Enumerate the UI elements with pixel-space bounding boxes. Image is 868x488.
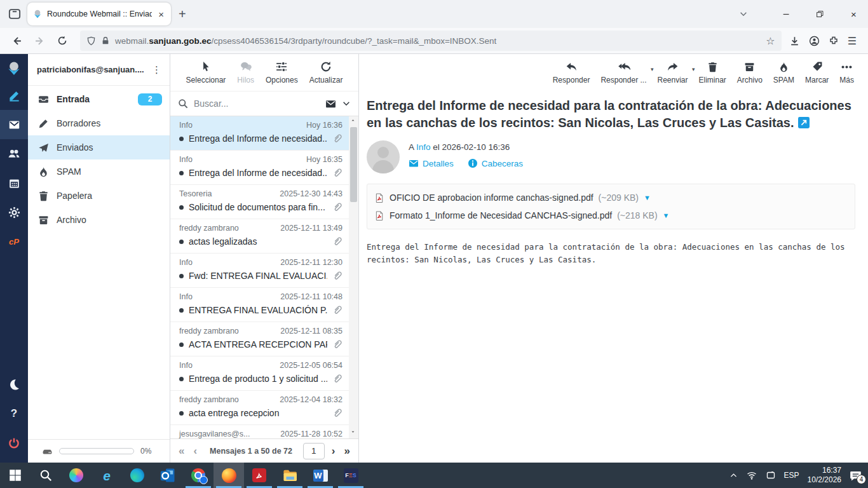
wifi-icon[interactable] [746, 470, 757, 480]
menu-icon[interactable]: ☰ [848, 35, 857, 47]
bookmark-star-icon[interactable]: ☆ [766, 35, 775, 47]
tray-device-icon[interactable] [766, 470, 776, 480]
taskbar-app[interactable] [244, 463, 275, 488]
scroll-down-icon[interactable] [349, 428, 358, 438]
rail-item[interactable]: cP [0, 227, 28, 256]
taskbar-app[interactable] [275, 463, 305, 488]
list-scrollbar[interactable] [349, 116, 358, 438]
rail-item[interactable] [0, 198, 28, 227]
attachment-name[interactable]: OFICIO DE aprobacion informe canchas-sig… [390, 193, 593, 203]
rail-item[interactable] [0, 110, 28, 139]
message-row[interactable]: Info 2025-12-11 12:30 Fwd: ENTREGA FINAL… [170, 254, 349, 288]
scroll-thumb[interactable] [350, 127, 357, 202]
folder-item[interactable]: Borradores [28, 111, 170, 135]
message-row[interactable]: freddy zambrano 2025-12-04 18:32 acta en… [170, 391, 349, 425]
message-row[interactable]: Info Hoy 16:35 Entrega del Informe de ne… [170, 151, 349, 185]
taskbar-app[interactable] [214, 463, 244, 488]
list-toolbar-button[interactable]: Seleccionar [186, 60, 226, 85]
new-tab-button[interactable]: + [179, 7, 186, 22]
message-row[interactable]: Tesoreria 2025-12-30 14:43 Solicitud de … [170, 185, 349, 219]
taskbar-app[interactable] [0, 463, 31, 488]
cpanel-icon: cP [9, 237, 19, 247]
rail-item[interactable] [0, 168, 28, 198]
recipient-link[interactable]: Info [416, 142, 431, 152]
attachment-name[interactable]: Formato 1_Informe de Necesidad CANCHAS-s… [390, 210, 612, 220]
dropdown-caret-icon[interactable]: ▾ [692, 66, 695, 72]
inbox-icon [38, 94, 49, 105]
next-page-button[interactable]: › [330, 445, 337, 458]
window-restore-button[interactable] [806, 0, 834, 28]
taskbar-app[interactable] [183, 463, 214, 488]
scroll-up-icon[interactable] [349, 116, 358, 126]
page-number-box[interactable]: 1 [303, 443, 325, 459]
shield-icon[interactable] [86, 36, 96, 46]
rail-item[interactable] [0, 428, 28, 458]
account-menu-icon[interactable]: ⋮ [149, 64, 165, 76]
first-page-button[interactable]: « [177, 445, 186, 458]
tab-list-chevron-icon[interactable] [739, 10, 748, 18]
details-button[interactable]: Detalles [409, 158, 454, 168]
forward-button[interactable] [29, 31, 50, 50]
taskbar-app[interactable]: W [305, 463, 336, 488]
mail-toolbar-button[interactable]: Eliminar ▾ [699, 60, 726, 85]
taskbar-app[interactable]: e [92, 463, 122, 488]
prev-page-button[interactable]: ‹ [191, 445, 199, 458]
taskbar-app[interactable] [61, 463, 92, 488]
last-page-button[interactable]: » [342, 445, 352, 458]
downloads-icon[interactable] [789, 36, 800, 46]
search-options-chevron-icon[interactable] [342, 99, 351, 108]
message-row[interactable]: Info 2025-12-05 06:54 Entrega de product… [170, 356, 349, 391]
dropdown-caret-icon[interactable]: ▾ [651, 66, 654, 72]
folder-item[interactable]: SPAM [28, 159, 170, 184]
mail-toolbar-button[interactable]: Más ▾ [839, 60, 854, 85]
list-toolbar-button[interactable]: Hilos [237, 60, 254, 85]
mail-toolbar-button[interactable]: SPAM ▾ [773, 60, 794, 85]
rail-item[interactable]: ? [0, 399, 28, 428]
search-scope-icon[interactable] [325, 98, 336, 109]
rail-item[interactable] [0, 81, 28, 110]
reload-button[interactable] [52, 31, 72, 50]
taskbar-app[interactable]: FΞS [336, 463, 366, 488]
mail-toolbar-button[interactable]: Reenviar ▾ [657, 60, 688, 85]
lock-icon[interactable] [101, 36, 110, 45]
notifications-icon[interactable]: 4 [850, 470, 862, 482]
attachment-menu-caret-icon[interactable]: ▼ [644, 194, 651, 201]
message-row[interactable]: Info Hoy 16:36 Entrega del Informe de ne… [170, 116, 349, 151]
taskbar-app[interactable] [153, 463, 183, 488]
language-indicator[interactable]: ESP [784, 471, 799, 480]
folder-item[interactable]: Papelera [28, 184, 170, 208]
mail-toolbar-button[interactable]: Archivo ▾ [737, 60, 763, 85]
list-toolbar-button[interactable]: Opciones [266, 60, 298, 85]
mail-toolbar-button[interactable]: Responder ▾ [553, 60, 590, 85]
taskbar-app[interactable] [122, 463, 153, 488]
folder-item[interactable]: Enviados [28, 135, 170, 159]
list-toolbar-button[interactable]: Actualizar [309, 60, 343, 85]
open-in-new-window-icon[interactable] [798, 117, 810, 128]
tab-close-icon[interactable]: × [156, 9, 166, 20]
folder-item[interactable]: Archivo [28, 208, 170, 232]
browser-tab[interactable]: Roundcube Webmail :: Enviados × [27, 3, 171, 25]
folder-item[interactable]: Entrada 2 [28, 87, 170, 111]
window-minimize-button[interactable] [772, 0, 801, 28]
url-bar[interactable]: webmail.sanjuan.gob.ec/cpsess4046536154/… [80, 30, 782, 51]
mail-toolbar-button[interactable]: Marcar ▾ [805, 60, 829, 85]
firefox-view-icon[interactable] [6, 5, 24, 23]
message-row[interactable]: freddy zambrano 2025-12-11 08:35 ACTA EN… [170, 322, 349, 356]
search-input[interactable] [194, 98, 320, 109]
mail-subject: Entrega del Informe de necesidad para la… [367, 97, 855, 132]
tray-chevron-up-icon[interactable] [729, 471, 738, 480]
rail-item[interactable] [0, 139, 28, 168]
account-icon[interactable] [809, 36, 820, 46]
window-close-button[interactable]: × [839, 0, 868, 28]
headers-button[interactable]: Cabeceras [468, 158, 523, 168]
message-row[interactable]: freddy zambrano 2025-12-11 13:49 actas l… [170, 219, 349, 254]
mail-toolbar-button[interactable]: Responder ... ▾ [600, 60, 646, 85]
attachment-menu-caret-icon[interactable]: ▼ [663, 212, 670, 219]
message-row[interactable]: Info 2025-12-11 10:48 ENTREGA FINAL EVAL… [170, 288, 349, 322]
rail-item[interactable] [0, 370, 28, 399]
back-button[interactable] [6, 31, 27, 50]
message-row[interactable]: jesusgavilanes@s... 2025-11-28 10:52 [170, 425, 349, 438]
clock[interactable]: 16:37 10/2/2026 [808, 466, 841, 485]
extensions-icon[interactable] [829, 36, 839, 46]
taskbar-app[interactable] [31, 463, 61, 488]
